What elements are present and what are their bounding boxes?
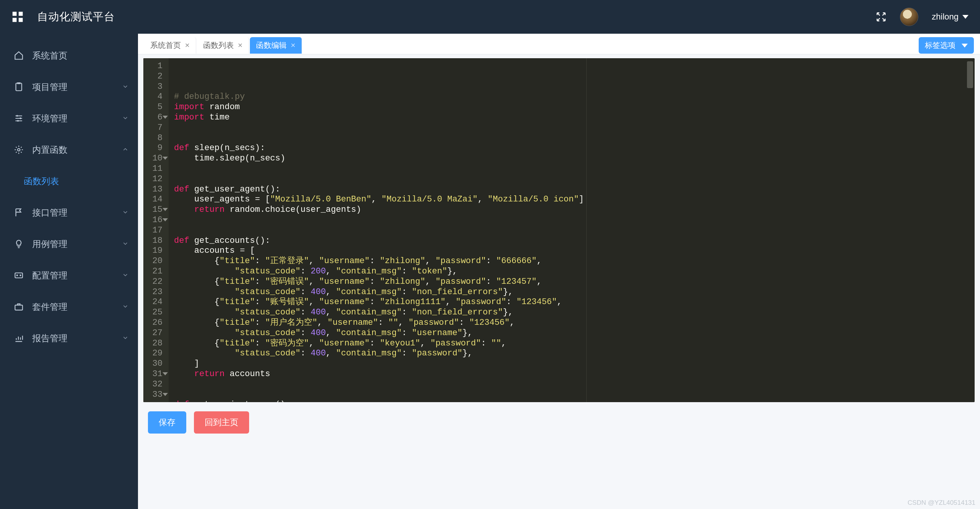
back-button[interactable]: 回到主页 [194, 411, 249, 434]
line-number: 8 [143, 133, 164, 144]
sidebar-item-4[interactable]: 接口管理 [0, 197, 138, 228]
code-line: "status_code": 400, "contain_msg": "user… [174, 328, 975, 339]
main: 系统首页✕函数列表✕函数编辑✕ 标签选项 1234567891011121314… [138, 34, 980, 509]
svg-point-8 [17, 120, 19, 121]
code-line: "status_code": 400, "contain_msg": "non_… [174, 308, 975, 318]
code-line: def sleep(n_secs): [174, 143, 975, 154]
sidebar-item-label: 配置管理 [32, 270, 67, 282]
code-line: # debugtalk.py [174, 92, 975, 102]
code-line: import time [174, 113, 975, 123]
expand-icon [122, 333, 129, 344]
line-number: 6 [143, 113, 164, 123]
sidebar-item-label: 报告管理 [32, 332, 67, 344]
apps-icon[interactable] [11, 11, 24, 23]
gear-icon [14, 145, 24, 155]
sidebar-item-8[interactable]: 报告管理 [0, 322, 138, 354]
code-line: {"title": "正常登录", "username": "zhilong",… [174, 256, 975, 267]
sidebar-subitem-function-list[interactable]: 函数列表 [0, 165, 138, 197]
save-button[interactable]: 保存 [148, 411, 186, 434]
line-number: 7 [143, 123, 164, 133]
sidebar-item-6[interactable]: 配置管理 [0, 260, 138, 291]
sidebar-item-0[interactable]: 系统首页 [0, 40, 138, 71]
line-number: 1 [143, 61, 164, 72]
code-line [174, 164, 975, 174]
header: 自动化测试平台 zhilong [0, 0, 980, 34]
sidebar-item-5[interactable]: 用例管理 [0, 228, 138, 260]
line-number: 28 [143, 339, 164, 349]
sidebar-item-1[interactable]: 项目管理 [0, 71, 138, 103]
code-line: import random [174, 102, 975, 113]
close-icon[interactable]: ✕ [238, 42, 243, 49]
expand-icon [122, 208, 129, 218]
tab-options-button[interactable]: 标签选项 [919, 37, 974, 54]
line-number: 14 [143, 195, 164, 205]
code-line: "status_code": 200, "contain_msg": "toke… [174, 267, 975, 277]
code-line: "status_code": 400, "contain_msg": "pass… [174, 349, 975, 359]
tab-1[interactable]: 函数列表✕ [197, 37, 249, 54]
code-line [174, 226, 975, 236]
sidebar-item-2[interactable]: 环境管理 [0, 103, 138, 134]
code-line: {"title": "密码为空", "username": "keyou1", … [174, 339, 975, 349]
line-number: 25 [143, 308, 164, 318]
svg-point-11 [16, 275, 18, 276]
sidebar-item-label: 用例管理 [32, 238, 67, 250]
avatar[interactable] [900, 8, 918, 26]
layout: 系统首页项目管理环境管理内置函数函数列表接口管理用例管理配置管理套件管理报告管理… [0, 34, 980, 509]
code-line [174, 174, 975, 185]
svg-rect-0 [13, 12, 17, 16]
line-number: 33 [143, 390, 164, 400]
line-number: 24 [143, 297, 164, 308]
tab-0[interactable]: 系统首页✕ [144, 37, 196, 54]
line-number: 17 [143, 226, 164, 236]
svg-point-12 [20, 275, 21, 276]
svg-point-9 [18, 149, 20, 151]
code-line: return random.choice(user_agents) [174, 205, 975, 215]
expand-icon [122, 239, 129, 249]
line-number: 2 [143, 72, 164, 82]
line-number: 19 [143, 246, 164, 256]
code-line: def get_accounts(): [174, 236, 975, 246]
code-line: time.sleep(n_secs) [174, 154, 975, 164]
config-icon [14, 270, 24, 280]
code-line: def get_user_agent(): [174, 185, 975, 195]
code-line [174, 380, 975, 390]
sidebar-item-3[interactable]: 内置函数 [0, 134, 138, 165]
svg-rect-2 [13, 18, 17, 22]
code-line [174, 390, 975, 400]
scrollbar-thumb[interactable] [967, 61, 973, 88]
bulb-icon [14, 239, 24, 249]
user-dropdown[interactable]: zhilong [932, 12, 969, 22]
close-icon[interactable]: ✕ [291, 42, 295, 49]
line-number: 3 [143, 82, 164, 92]
line-number: 22 [143, 277, 164, 287]
fullscreen-icon[interactable] [876, 11, 886, 22]
svg-rect-5 [17, 82, 21, 84]
watermark: CSDN @YZL40514131 [908, 499, 975, 507]
close-icon[interactable]: ✕ [185, 42, 190, 49]
code-editor[interactable]: 1234567891011121314151617181920212223242… [143, 58, 975, 402]
footer-buttons: 保存 回到主页 [138, 402, 980, 434]
line-number: 4 [143, 92, 164, 102]
tab-2[interactable]: 函数编辑✕ [250, 37, 302, 54]
expand-icon [122, 302, 129, 312]
clipboard-icon [14, 82, 24, 92]
editor-code[interactable]: # debugtalk.pyimport randomimport time d… [169, 58, 975, 402]
sidebar-item-label: 项目管理 [32, 81, 67, 93]
briefcase-icon [14, 302, 24, 312]
code-line: def get_project_name(): [174, 400, 975, 402]
line-number: 23 [143, 287, 164, 298]
sidebar-item-label: 内置函数 [32, 144, 67, 156]
expand-icon [122, 113, 129, 124]
code-line [174, 215, 975, 226]
home-icon [14, 51, 24, 61]
sidebar-item-label: 接口管理 [32, 207, 67, 219]
line-number: 12 [143, 174, 164, 185]
line-number: 15 [143, 205, 164, 215]
sidebar-item-label: 套件管理 [32, 301, 67, 313]
sidebar-item-7[interactable]: 套件管理 [0, 291, 138, 322]
chevron-down-icon [962, 44, 968, 47]
line-number: 27 [143, 328, 164, 339]
brand-title: 自动化测试平台 [37, 10, 115, 24]
line-number: 13 [143, 185, 164, 195]
line-number: 10 [143, 154, 164, 164]
